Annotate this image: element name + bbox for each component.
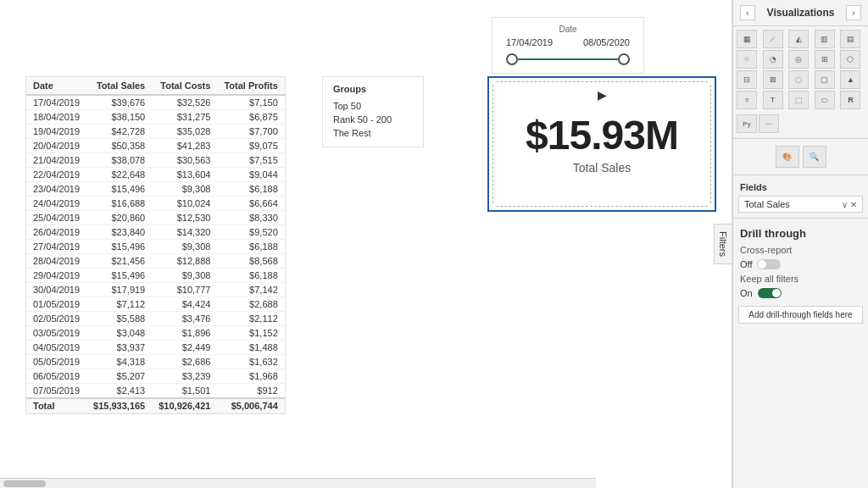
kpi-icon: ▲ [847,75,854,84]
table-cell: 22/04/2019 [26,168,86,182]
bottom-scrollbar[interactable] [0,478,596,488]
card-icon: ▢ [821,75,828,84]
slicer-end-date: 08/05/2020 [583,37,630,47]
viz-icon-py[interactable]: Py [737,114,757,133]
viz-icon-text[interactable]: T [763,91,783,109]
cross-report-toggle[interactable] [757,259,781,269]
canvas-area: Filters Date 17/04/2019 08/05/2020 Group… [0,0,732,488]
filters-tab[interactable]: Filters [714,224,732,264]
viz-icon-matrix[interactable]: ⊠ [763,70,783,89]
table-cell: 06/05/2019 [26,369,86,384]
table-cell: $6,188 [217,269,284,283]
table-cell: $2,449 [152,341,217,355]
table-row: 25/04/2019$20,860$12,530$8,330 [26,211,285,225]
table-row: 03/05/2019$3,048$1,896$1,152 [26,326,285,341]
text-icon: T [771,96,776,104]
table-cell: $39,676 [86,95,152,110]
field-remove-icon[interactable]: ✕ [850,200,857,209]
table-cell: 23/04/2019 [26,182,86,197]
table-cell: $10,024 [152,197,217,211]
viz-icon-gauge[interactable]: ◌ [788,70,809,89]
filters-tab-label: Filters [718,231,728,257]
table-icon: ⊟ [743,75,750,84]
table-cell: $14,320 [152,225,217,240]
analytics-icon-btn[interactable]: 🔍 [803,146,826,168]
viz-icon-kpi[interactable]: ▲ [840,70,860,89]
viz-icon-slicer[interactable]: ▿ [737,91,757,109]
viz-icon-card[interactable]: ▢ [815,70,835,89]
keep-filters-toggle[interactable] [758,288,782,298]
table-row: 05/05/2019$4,318$2,686$1,632 [26,355,285,369]
total-label: Total [26,398,86,413]
table-cell: $16,688 [86,197,152,211]
list-item[interactable]: Rank 50 - 200 [333,113,413,126]
viz-icons-row-2: Py ··· [733,113,868,135]
table-row: 26/04/2019$23,840$14,320$9,520 [26,225,285,240]
panel-title: Visualizations [767,7,835,19]
nav-back-button[interactable]: ‹ [740,5,755,20]
table-cell: $4,424 [152,297,217,312]
slider-handle-right[interactable] [618,53,630,65]
col-total-sales: Total Sales [86,77,152,95]
table-cell: 07/05/2019 [26,384,86,399]
format-icon-btn[interactable]: 🎨 [776,146,799,168]
table-cell: 17/04/2019 [26,95,86,110]
viz-icon-image[interactable]: ⬚ [788,91,809,109]
slicer-title: Date [506,25,630,34]
viz-icon-bar[interactable]: ▦ [737,30,757,48]
viz-icon-stacked-bar[interactable]: ▥ [815,30,835,48]
field-expand-icon[interactable]: ∨ [842,200,848,209]
col-total-profits: Total Profits [217,77,284,95]
viz-icon-shape[interactable]: ⬭ [815,91,835,109]
table-cell: $7,515 [217,153,284,168]
date-slider[interactable] [506,53,630,66]
viz-icon-table[interactable]: ⊟ [737,70,757,89]
total-sales: $15,933,165 [86,398,152,413]
viz-icon-treemap[interactable]: ⊞ [815,50,835,69]
table-row: 30/04/2019$17,919$10,777$7,142 [26,283,285,297]
field-chip-label: Total Sales [744,199,790,209]
viz-icon-line[interactable]: ⟋ [763,30,783,48]
r-visual-icon: R [848,96,854,104]
scrollbar-thumb-horizontal [3,480,46,487]
table-cell: 05/05/2019 [26,355,86,369]
table-cell: $9,044 [217,168,284,182]
nav-forward-icon: › [852,8,854,18]
viz-icon-more[interactable]: ··· [759,114,779,133]
viz-icon-pie[interactable]: ◔ [763,50,783,69]
drill-through-title: Drill through [733,222,868,243]
table-cell: $2,112 [217,312,284,326]
format-analytics-row: 🎨 🔍 [733,142,868,171]
table-cell: 04/05/2019 [26,341,86,355]
slider-range [506,58,630,60]
slider-handle-left[interactable] [506,53,518,65]
format-paintbrush-icon: 🎨 [782,152,792,161]
table-cell: $15,496 [86,182,152,197]
table-cell: $8,568 [217,254,284,269]
slicer-dates: 17/04/2019 08/05/2020 [506,37,630,47]
slider-track [506,58,630,60]
keep-filters-toggle-knob [772,289,781,297]
viz-icon-scatter[interactable]: ⁘ [737,50,757,69]
pie-icon: ◔ [770,55,776,64]
table-cell: $13,604 [152,168,217,182]
table-row: 02/05/2019$5,588$3,476$2,112 [26,312,285,326]
viz-icon-map[interactable]: ⬡ [840,50,860,69]
table-cell: $35,028 [152,125,217,139]
table-cell: $12,888 [152,254,217,269]
list-item[interactable]: The Rest [333,126,413,140]
separator-2 [733,175,868,175]
viz-icon-donut[interactable]: ◎ [788,50,809,69]
table-cell: $7,142 [217,283,284,297]
nav-forward-button[interactable]: › [846,5,861,20]
slicer-start-date: 17/04/2019 [506,37,553,47]
table-cell: $5,207 [86,369,152,384]
viz-icon-r[interactable]: R [840,91,860,109]
shape-icon: ⬭ [821,96,828,105]
list-item[interactable]: Top 50 [333,99,413,113]
add-drill-through-button[interactable]: Add drill-through fields here [738,306,863,324]
viz-icon-100-bar[interactable]: ▤ [840,30,860,48]
table-cell: 01/05/2019 [26,297,86,312]
table-cell: $32,526 [152,95,217,110]
viz-icon-area[interactable]: ◭ [788,30,809,48]
